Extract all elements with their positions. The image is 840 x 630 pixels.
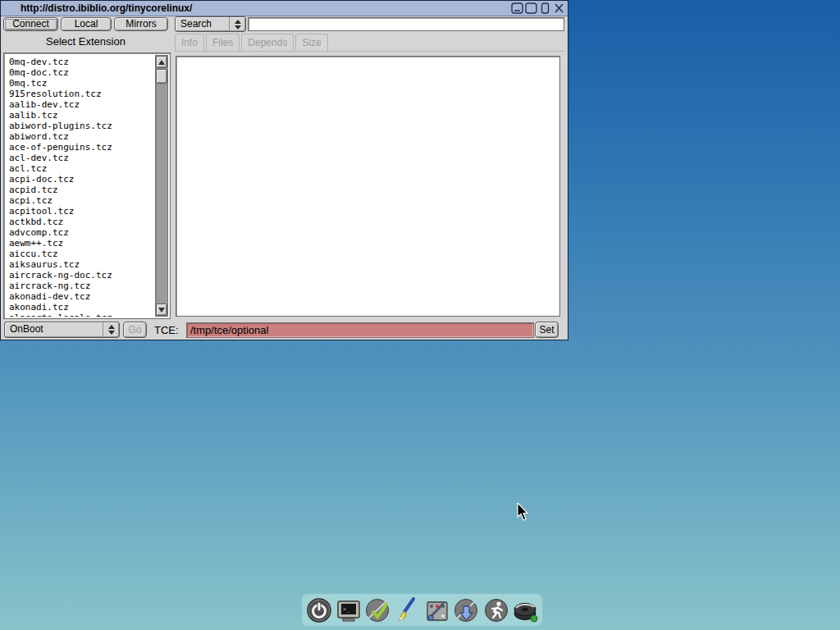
list-item[interactable]: 0mq.tcz xyxy=(9,78,155,89)
list-item[interactable]: advcomp.tcz xyxy=(9,227,155,238)
search-mode-dropdown[interactable]: Search xyxy=(175,16,246,32)
search-mode-value: Search xyxy=(176,17,229,31)
scroll-up-icon[interactable] xyxy=(156,56,167,68)
list-item[interactable]: acpitool.tcz xyxy=(9,206,155,217)
list-item[interactable]: acl.tcz xyxy=(9,163,155,174)
list-item[interactable]: acpi-doc.tcz xyxy=(9,174,155,185)
set-button[interactable]: Set xyxy=(535,322,559,338)
terminal-icon[interactable]: >_ xyxy=(335,596,363,624)
list-item[interactable]: aircrack-ng.tcz xyxy=(9,281,155,291)
scroll-down-icon[interactable] xyxy=(156,304,167,316)
list-item[interactable]: abiword.tcz xyxy=(9,131,155,142)
list-item[interactable]: acl-dev.tcz xyxy=(9,153,155,163)
local-button[interactable]: Local xyxy=(61,17,112,31)
chevron-up-down-icon xyxy=(229,17,245,31)
mount-disk-icon[interactable] xyxy=(512,596,540,624)
dock: >_ xyxy=(302,594,542,626)
list-header: Select Extension xyxy=(1,35,171,48)
tab-size[interactable]: Size xyxy=(295,34,327,51)
extension-list-panel: 0mq-dev.tcz0mq-doc.tcz0mq.tcz915resoluti… xyxy=(3,52,171,319)
extension-list[interactable]: 0mq-dev.tcz0mq-doc.tcz0mq.tcz915resoluti… xyxy=(6,55,155,317)
shade-icon[interactable] xyxy=(539,2,551,14)
onboot-value: OnBoot xyxy=(5,322,103,337)
list-item[interactable]: akonadi.tcz xyxy=(9,302,155,313)
list-item[interactable]: ace-of-penguins.tcz xyxy=(9,142,155,153)
detail-tabs: Info Files Depends Size xyxy=(175,34,564,52)
mouse-cursor xyxy=(517,503,528,521)
list-item[interactable]: aircrack-ng-doc.tcz xyxy=(9,270,155,281)
chevron-up-down-icon xyxy=(103,322,119,337)
control-panel-icon[interactable] xyxy=(423,596,451,624)
list-scrollbar[interactable] xyxy=(155,55,168,317)
list-item[interactable]: 0mq-doc.tcz xyxy=(9,67,155,78)
mirrors-button[interactable]: Mirrors xyxy=(114,17,168,31)
list-item[interactable]: aewm++.tcz xyxy=(9,238,155,249)
svg-text:>_: >_ xyxy=(343,606,350,613)
tab-depends[interactable]: Depends xyxy=(241,34,294,51)
onboot-dropdown[interactable]: OnBoot xyxy=(4,322,120,338)
list-item[interactable]: abiword-plugins.tcz xyxy=(9,121,155,131)
list-item[interactable]: acpi.tcz xyxy=(9,195,155,206)
apps-download-icon[interactable] xyxy=(453,596,481,624)
list-item[interactable]: aalib-dev.tcz xyxy=(9,99,155,110)
list-item[interactable]: actkbd.tcz xyxy=(9,217,155,227)
minimize-icon[interactable] xyxy=(511,2,523,14)
maximize-icon[interactable] xyxy=(525,2,537,14)
connect-button[interactable]: Connect xyxy=(3,17,58,31)
list-item[interactable]: 915resolution.tcz xyxy=(9,89,155,99)
tce-label: TCE: xyxy=(154,324,179,336)
list-item[interactable]: akonadi-dev.tcz xyxy=(9,291,155,302)
apps-check-icon[interactable] xyxy=(364,596,392,624)
tab-info[interactable]: Info xyxy=(175,34,204,51)
paint-brush-icon[interactable] xyxy=(394,596,422,624)
list-item[interactable]: 0mq-dev.tcz xyxy=(9,57,155,67)
detail-content-panel xyxy=(176,56,560,317)
window-controls xyxy=(511,2,565,14)
app-browser-window: http://distro.ibiblio.org/tinycorelinux/… xyxy=(0,0,568,340)
close-icon[interactable] xyxy=(553,2,565,14)
run-icon[interactable] xyxy=(482,596,510,624)
list-item[interactable]: aiksaurus.tcz xyxy=(9,259,155,270)
list-item[interactable]: aalib.tcz xyxy=(9,110,155,121)
tab-files[interactable]: Files xyxy=(206,34,240,51)
window-title: http://distro.ibiblio.org/tinycorelinux/ xyxy=(1,2,192,14)
titlebar[interactable]: http://distro.ibiblio.org/tinycorelinux/ xyxy=(1,1,568,16)
list-item[interactable]: acpid.tcz xyxy=(9,185,155,195)
tce-path-input[interactable] xyxy=(186,322,534,338)
list-item[interactable]: aiccu.tcz xyxy=(9,249,155,259)
scrollbar-thumb[interactable] xyxy=(156,69,167,84)
go-button[interactable]: Go xyxy=(123,322,147,338)
power-icon[interactable] xyxy=(305,596,333,624)
search-input[interactable] xyxy=(248,17,564,31)
list-item[interactable]: alacarte-locale.tcz xyxy=(9,313,155,317)
